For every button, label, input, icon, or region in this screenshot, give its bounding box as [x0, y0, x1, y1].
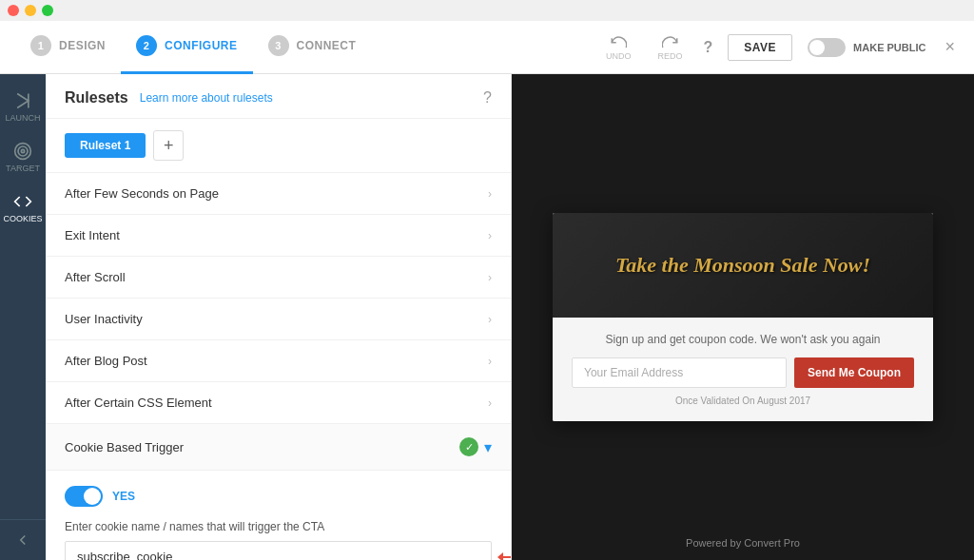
step-number-3: 3 — [268, 35, 289, 56]
chevron-right-icon: › — [488, 313, 492, 326]
add-ruleset-button[interactable]: + — [153, 130, 184, 161]
arrow-line — [503, 556, 512, 558]
popup-subtitle: Sign up and get coupon code. We won't as… — [572, 333, 914, 346]
svg-point-3 — [21, 149, 24, 152]
title-bar — [0, 0, 974, 21]
save-button[interactable]: SAVE — [728, 34, 792, 61]
rule-item-cookie-trigger[interactable]: Cookie Based Trigger ✓ ▾ — [46, 424, 511, 471]
rule-item-icons: ✓ ▾ — [459, 437, 492, 456]
toggle-yes-label: YES — [112, 490, 135, 503]
sidebar-launch-label: LAUNCH — [5, 113, 40, 123]
rule-label-css-element: After Certain CSS Element — [65, 396, 488, 410]
arrow-indicator — [503, 556, 512, 558]
content-area: LAUNCH TARGET COOKIES — [0, 74, 974, 560]
make-public-label: MAKE PUBLIC — [853, 42, 925, 53]
step-number-1: 1 — [30, 35, 51, 56]
chevron-right-icon: › — [488, 396, 492, 410]
step-number-2: 2 — [136, 35, 157, 56]
cookie-input[interactable] — [65, 541, 492, 560]
panel-title: Rulesets — [65, 89, 128, 106]
learn-more-link[interactable]: Learn more about rulesets — [140, 91, 273, 105]
nav-right: UNDO REDO ? SAVE MAKE PUBLIC × — [600, 29, 959, 65]
rule-label-exit-intent: Exit Intent — [65, 228, 488, 242]
powered-by: Powered by Convert Pro — [512, 537, 974, 549]
rule-label-inactivity: User Inactivity — [65, 312, 488, 326]
rule-label-blog-post: After Blog Post — [65, 354, 488, 368]
sidebar-item-cookies[interactable]: COOKIES — [0, 183, 46, 233]
maximize-traffic-light[interactable] — [42, 5, 53, 16]
panel-help-icon[interactable]: ? — [483, 89, 492, 106]
sidebar-target-label: TARGET — [6, 164, 40, 173]
make-public-toggle-container: MAKE PUBLIC — [808, 38, 925, 57]
undo-button[interactable]: UNDO — [600, 29, 637, 65]
top-nav: 1 DESIGN 2 CONFIGURE 3 CONNECT UNDO REDO… — [0, 21, 974, 74]
chevron-right-icon: › — [488, 355, 492, 368]
popup-footer-text: Once Validated On August 2017 — [572, 396, 914, 406]
cookie-section: YES Enter cookie name / names that will … — [46, 471, 511, 560]
ruleset-1-tab[interactable]: Ruleset 1 — [65, 133, 146, 158]
redo-button[interactable]: REDO — [653, 29, 689, 65]
step-label-connect: CONNECT — [297, 39, 357, 52]
popup-banner-text: Take the Monsoon Sale Now! — [606, 242, 880, 289]
sidebar-cookies-label: COOKIES — [4, 214, 43, 223]
rule-item-inactivity[interactable]: User Inactivity › — [46, 299, 511, 340]
close-button[interactable]: × — [941, 37, 959, 57]
rule-item-exit-intent[interactable]: Exit Intent › — [46, 215, 511, 257]
toggle-row: YES — [65, 486, 492, 507]
rule-item-seconds[interactable]: After Few Seconds on Page › — [46, 173, 511, 215]
popup-preview: Take the Monsoon Sale Now! Sign up and g… — [553, 213, 933, 421]
chevron-right-icon: › — [488, 271, 492, 284]
minimize-traffic-light[interactable] — [25, 5, 36, 16]
arrow-head — [497, 552, 503, 561]
rule-label-cookie-trigger: Cookie Based Trigger — [65, 440, 459, 454]
powered-by-text: Powered by Convert Pro — [686, 537, 800, 549]
popup-email-placeholder: Your Email Address — [572, 357, 787, 388]
sidebar-item-launch[interactable]: LAUNCH — [0, 82, 46, 132]
rule-label-seconds: After Few Seconds on Page — [65, 186, 488, 201]
rule-item-blog-post[interactable]: After Blog Post › — [46, 340, 511, 382]
panel-header: Rulesets Learn more about rulesets ? — [46, 74, 511, 119]
step-label-design: DESIGN — [59, 39, 106, 52]
ruleset-tabs: Ruleset 1 + — [46, 119, 511, 173]
chevron-down-icon: ▾ — [484, 438, 492, 456]
app-window: 1 DESIGN 2 CONFIGURE 3 CONNECT UNDO REDO… — [0, 0, 974, 560]
nav-step-configure[interactable]: 2 CONFIGURE — [121, 21, 253, 74]
nav-steps: 1 DESIGN 2 CONFIGURE 3 CONNECT — [15, 21, 600, 74]
help-button[interactable]: ? — [704, 39, 713, 56]
preview-area: Take the Monsoon Sale Now! Sign up and g… — [512, 74, 974, 560]
cookie-toggle[interactable] — [65, 486, 103, 507]
chevron-right-icon: › — [488, 229, 492, 242]
popup-banner: Take the Monsoon Sale Now! — [553, 213, 933, 318]
rule-label-scroll: After Scroll — [65, 270, 488, 284]
rule-item-css-element[interactable]: After Certain CSS Element › — [46, 382, 511, 424]
nav-step-design[interactable]: 1 DESIGN — [15, 21, 121, 74]
popup-form-row: Your Email Address Send Me Coupon — [572, 357, 914, 388]
check-icon: ✓ — [459, 437, 478, 456]
chevron-right-icon: › — [488, 187, 492, 201]
main-panel: Rulesets Learn more about rulesets ? Rul… — [46, 74, 512, 560]
sidebar: LAUNCH TARGET COOKIES — [0, 74, 46, 560]
redo-label: REDO — [658, 51, 683, 61]
undo-label: UNDO — [606, 51, 632, 61]
rule-item-scroll[interactable]: After Scroll › — [46, 257, 511, 299]
popup-body: Sign up and get coupon code. We won't as… — [553, 318, 933, 421]
popup-submit-button[interactable]: Send Me Coupon — [794, 357, 914, 388]
make-public-toggle[interactable] — [808, 38, 846, 57]
step-label-configure: CONFIGURE — [165, 39, 238, 52]
cookie-input-label: Enter cookie name / names that will trig… — [65, 520, 492, 533]
back-button[interactable] — [0, 519, 46, 560]
svg-point-2 — [18, 146, 28, 156]
sidebar-item-target[interactable]: TARGET — [0, 132, 46, 183]
nav-step-connect[interactable]: 3 CONNECT — [253, 21, 372, 74]
close-traffic-light[interactable] — [8, 5, 19, 16]
cookie-input-wrapper — [65, 541, 492, 560]
